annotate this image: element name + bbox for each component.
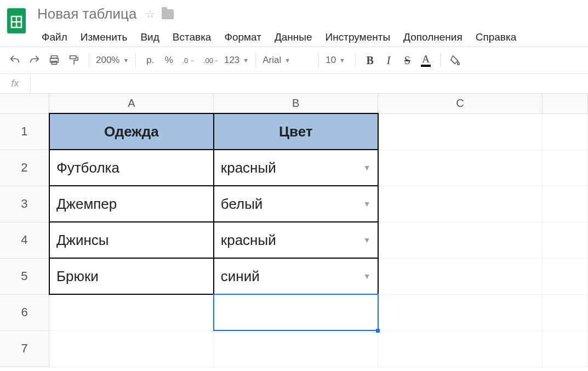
dropdown-icon[interactable]: ▼ [363,272,371,281]
cell-A5[interactable]: Брюки [49,258,214,294]
cell-B3-value: белый [221,196,263,213]
col-header-D[interactable] [542,94,587,113]
zoom-value: 200% [96,55,119,66]
menu-view[interactable]: Вид [134,28,165,47]
font-select[interactable]: Arial ▼ [262,55,312,66]
number-format-select[interactable]: 123 ▼ [224,55,249,66]
undo-button[interactable] [7,52,23,69]
separator [89,53,89,67]
menu-data[interactable]: Данные [268,28,319,47]
cell-C1[interactable] [378,113,543,150]
svg-rect-7 [70,56,76,59]
cell-B5[interactable]: синий▼ [214,258,378,294]
cell-B2-value: красный [221,159,276,176]
separator [440,53,441,67]
cell-D1[interactable] [542,113,587,150]
cell-C4[interactable] [378,222,543,258]
formula-input[interactable] [31,74,588,93]
row-header-5[interactable]: 5 [0,258,49,294]
decrease-decimal-button[interactable]: .0 ← [180,52,197,69]
redo-button[interactable] [26,52,43,69]
text-color-button[interactable]: A [418,52,433,69]
separator [318,53,319,67]
row-header-4[interactable]: 4 [0,222,49,258]
cell-B4-value: красный [221,232,276,249]
cell-B6-selected[interactable] [214,294,378,330]
separator [355,53,356,67]
cell-C2[interactable] [378,150,543,186]
cell-C3[interactable] [378,186,543,222]
cell-A3[interactable]: Джемпер [49,186,214,222]
cell-C5[interactable] [378,258,543,294]
dropdown-icon[interactable]: ▼ [363,199,371,208]
spreadsheet-grid[interactable]: A B C 1 Одежда Цвет 2 Футболка красный▼ … [0,94,588,367]
row-header-3[interactable]: 3 [0,186,49,222]
numfmt-label: 123 [224,55,239,66]
cell-B2[interactable]: красный▼ [214,150,378,186]
cell-A7[interactable] [49,330,214,367]
toolbar: 200% ▼ р. % .0 ← .00→ 123 ▼ Arial ▼ 10 ▼… [0,47,588,74]
formula-bar: fx [0,74,588,94]
chevron-down-icon: ▼ [123,57,129,64]
text-color-swatch [421,65,431,67]
cell-B1[interactable]: Цвет [214,113,378,150]
cell-A2[interactable]: Футболка [49,150,214,186]
cell-B4[interactable]: красный▼ [214,222,378,258]
italic-button[interactable]: I [381,52,396,69]
cell-B5-value: синий [221,268,260,285]
cell-C7[interactable] [378,330,543,367]
row-header-6[interactable]: 6 [0,294,49,330]
menu-edit[interactable]: Изменить [74,28,134,47]
cell-C6[interactable] [378,294,543,330]
menu-addons[interactable]: Дополнения [397,28,469,47]
dropdown-icon[interactable]: ▼ [363,236,371,244]
cell-A4[interactable]: Джинсы [49,222,214,258]
font-size: 10 [326,55,336,66]
select-all-corner[interactable] [0,94,49,113]
chevron-down-icon: ▼ [243,57,249,64]
cell-D2[interactable] [542,150,587,186]
cell-D5[interactable] [542,258,587,294]
sheets-logo [5,7,27,35]
text-color-letter: A [422,54,430,64]
separator [135,53,136,67]
separator [255,53,256,67]
cell-B7[interactable] [214,330,378,367]
paint-format-button[interactable] [66,52,82,69]
menu-tools[interactable]: Инструменты [319,28,397,47]
row-header-2[interactable]: 2 [0,150,49,186]
print-button[interactable] [46,52,62,69]
star-icon[interactable]: ☆ [145,8,155,21]
fill-color-button[interactable] [447,52,464,69]
menu-insert[interactable]: Вставка [166,28,218,47]
fx-label: fx [0,74,31,93]
doc-title[interactable]: Новая таблица [35,4,139,24]
cell-A6[interactable] [49,294,214,330]
zoom-select[interactable]: 200% ▼ [96,55,129,66]
format-currency-button[interactable]: р. [142,52,158,69]
cell-D6[interactable] [542,294,587,330]
dropdown-icon[interactable]: ▼ [363,163,371,172]
cell-D7[interactable] [542,330,587,367]
col-header-C[interactable]: C [378,94,543,113]
chevron-down-icon: ▼ [284,57,290,64]
menu-format[interactable]: Формат [218,28,268,47]
cell-D3[interactable] [542,186,587,222]
menu-file[interactable]: Файл [35,28,74,47]
col-header-A[interactable]: A [49,94,214,113]
bold-button[interactable]: B [362,52,378,69]
format-percent-button[interactable]: % [161,52,176,69]
increase-decimal-button[interactable]: .00→ [201,52,221,69]
col-header-B[interactable]: B [214,94,378,113]
svg-rect-6 [52,61,56,65]
row-header-7[interactable]: 7 [0,330,49,367]
strike-button[interactable]: S [399,52,415,69]
cell-A1[interactable]: Одежда [49,113,214,150]
menu-help[interactable]: Справка [469,28,523,47]
folder-icon[interactable] [162,9,174,19]
row-header-1[interactable]: 1 [0,113,49,150]
doc-bar: Новая таблица ☆ Файл Изменить Вид Вставк… [0,0,588,47]
cell-D4[interactable] [542,222,587,258]
font-size-select[interactable]: 10 ▼ [326,55,349,66]
cell-B3[interactable]: белый▼ [214,186,378,222]
